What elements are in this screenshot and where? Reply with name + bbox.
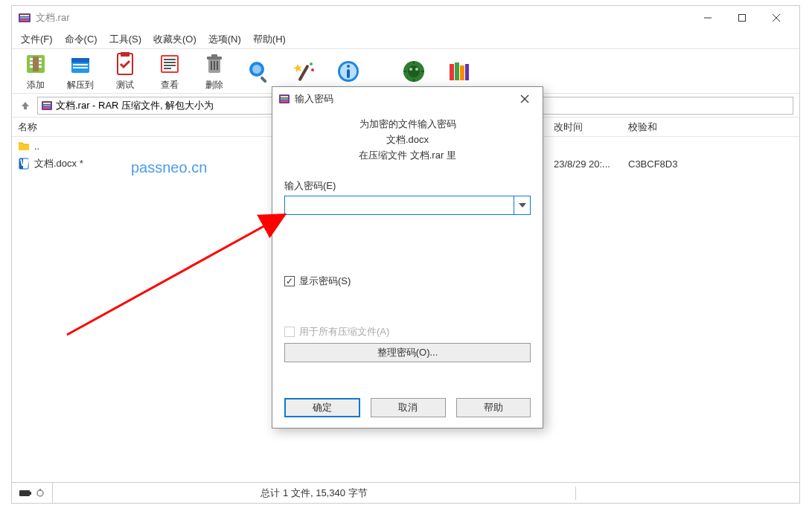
archive-mini-icon: [41, 100, 53, 112]
show-password-label: 显示密码(S): [299, 275, 351, 288]
svg-rect-52: [465, 64, 469, 80]
svg-rect-40: [347, 69, 350, 78]
svg-rect-21: [164, 59, 176, 60]
svg-rect-5: [739, 15, 746, 22]
path-text: 文档.rar - RAR 压缩文件, 解包大小为: [56, 99, 214, 112]
help-button[interactable]: 帮助: [456, 398, 531, 417]
svg-text:W: W: [20, 158, 30, 168]
file-checksum: C3BCF8D3: [622, 158, 712, 170]
toolbar-wizard-button[interactable]: [286, 58, 322, 85]
svg-rect-1: [20, 15, 29, 16]
svg-point-35: [310, 62, 313, 65]
svg-rect-65: [281, 96, 288, 97]
show-password-checkbox[interactable]: 显示密码(S): [284, 275, 531, 288]
menu-tools[interactable]: 工具(S): [103, 31, 147, 48]
toolbar-add-label: 添加: [27, 79, 45, 92]
status-text: 总计 1 文件, 15,340 字节: [53, 487, 576, 500]
svg-rect-22: [164, 62, 176, 63]
toolbar-virus-button[interactable]: [396, 58, 432, 85]
svg-rect-51: [460, 65, 464, 80]
window-title: 文档.rar: [36, 11, 691, 25]
toolbar-test-button[interactable]: 测试: [107, 51, 143, 92]
file-name: 文档.docx *: [34, 157, 83, 170]
view-icon: [156, 51, 183, 77]
col-mtime[interactable]: 改时间: [548, 121, 622, 134]
toolbar-add-button[interactable]: 添加: [18, 51, 54, 92]
svg-rect-14: [71, 58, 89, 62]
svg-point-44: [415, 68, 418, 71]
svg-rect-54: [43, 103, 51, 104]
menu-file[interactable]: 文件(F): [15, 31, 59, 48]
dialog-title: 输入密码: [295, 92, 513, 106]
minimize-button[interactable]: [691, 6, 725, 30]
svg-rect-16: [73, 67, 88, 68]
dialog-msg-line2: 文档.docx: [284, 132, 531, 148]
col-checksum[interactable]: 校验和: [622, 121, 712, 134]
svg-rect-29: [214, 61, 215, 70]
svg-rect-28: [211, 61, 212, 70]
close-button[interactable]: [759, 6, 793, 30]
info-icon: [335, 58, 362, 85]
delete-icon: [201, 51, 228, 77]
svg-rect-49: [450, 64, 454, 80]
toolbar-extract-button[interactable]: 解压到: [63, 51, 98, 92]
archive-icon: [22, 51, 49, 77]
svg-point-62: [37, 490, 43, 496]
password-dropdown-button[interactable]: [514, 196, 531, 215]
use-all-checkbox: 用于所有压缩文件(A): [284, 325, 531, 338]
find-icon: [246, 58, 272, 85]
password-input[interactable]: [284, 196, 514, 215]
organize-passwords-button[interactable]: 整理密码(O)...: [284, 343, 531, 362]
svg-rect-63: [39, 489, 41, 491]
extract-icon: [67, 51, 94, 77]
svg-rect-18: [121, 52, 130, 57]
dialog-message: 为加密的文件输入密码 文档.docx 在压缩文件 文档.rar 里: [284, 117, 531, 163]
toolbar-find-button[interactable]: [241, 58, 277, 85]
svg-rect-23: [164, 65, 176, 66]
dialog-msg-line3: 在压缩文件 文档.rar 里: [284, 148, 531, 164]
svg-rect-50: [455, 62, 459, 80]
file-name: ..: [34, 141, 39, 152]
svg-rect-30: [217, 61, 218, 70]
svg-rect-60: [19, 490, 30, 496]
password-label: 输入密码(E): [284, 179, 531, 193]
docx-icon: W: [18, 158, 30, 170]
menu-favorites[interactable]: 收藏夹(O): [147, 31, 202, 48]
file-mtime: 23/8/29 20:...: [548, 158, 622, 170]
toolbar-test-label: 测试: [116, 79, 134, 92]
use-all-label: 用于所有压缩文件(A): [299, 325, 389, 338]
toolbar-comment-button[interactable]: [441, 58, 476, 85]
cancel-button[interactable]: 取消: [371, 398, 445, 417]
test-icon: [112, 51, 138, 77]
svg-rect-27: [211, 54, 217, 57]
svg-rect-2: [20, 17, 29, 19]
svg-point-36: [311, 68, 314, 71]
svg-rect-3: [20, 19, 29, 21]
svg-point-43: [409, 68, 412, 71]
menu-command[interactable]: 命令(C): [59, 31, 103, 48]
checkbox-icon: [284, 276, 295, 286]
toolbar-delete-label: 删除: [205, 79, 223, 92]
svg-point-32: [252, 65, 261, 74]
svg-rect-15: [73, 64, 88, 65]
svg-rect-12: [33, 57, 39, 71]
svg-rect-66: [281, 98, 288, 100]
svg-rect-55: [43, 105, 51, 106]
app-icon: [18, 11, 31, 25]
up-button[interactable]: [18, 98, 33, 113]
svg-rect-24: [164, 68, 171, 69]
menu-options[interactable]: 选项(N): [202, 31, 247, 48]
dialog-icon: [278, 93, 290, 105]
menu-help[interactable]: 帮助(H): [247, 31, 292, 48]
toolbar-info-button[interactable]: [330, 58, 366, 85]
password-dialog: 输入密码 为加密的文件输入密码 文档.docx 在压缩文件 文档.rar 里 输…: [272, 86, 543, 428]
checkbox-icon: [284, 327, 295, 337]
dialog-titlebar: 输入密码: [272, 87, 543, 111]
svg-point-39: [347, 65, 350, 68]
ok-button[interactable]: 确定: [284, 398, 360, 417]
menubar: 文件(F) 命令(C) 工具(S) 收藏夹(O) 选项(N) 帮助(H): [12, 30, 799, 49]
maximize-button[interactable]: [725, 6, 759, 30]
dialog-close-button[interactable]: [513, 87, 537, 111]
toolbar-delete-button[interactable]: 删除: [196, 51, 232, 92]
toolbar-view-button[interactable]: 查看: [152, 51, 188, 92]
